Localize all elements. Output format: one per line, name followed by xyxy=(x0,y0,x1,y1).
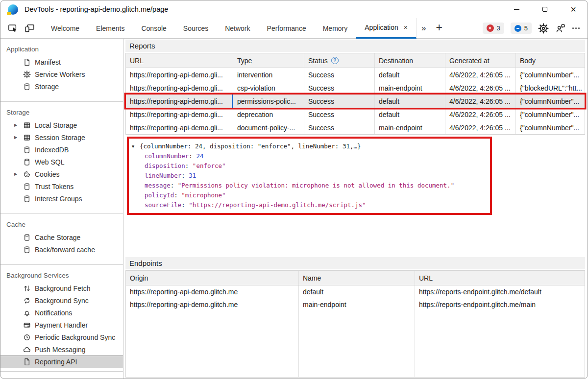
json-property: disposition: "enforce" xyxy=(131,161,488,171)
json-property: lineNumber: 31 xyxy=(131,171,488,181)
endpoints-table: Origin Name URL https://reporting-api-de… xyxy=(125,270,585,378)
sidebar-item-cookies[interactable]: ▶ Cookies xyxy=(0,168,123,180)
disclosure-triangle-icon[interactable]: ▶ xyxy=(14,135,23,140)
clock-icon xyxy=(23,333,31,341)
chevron-double-icon: » xyxy=(421,24,426,33)
message-bubble-icon xyxy=(514,25,521,32)
tab-network[interactable]: Network xyxy=(217,18,258,38)
error-icon: × xyxy=(487,24,494,32)
devtools-window: DevTools - reporting-api-demo.glitch.me/… xyxy=(0,0,588,379)
inspect-icon xyxy=(8,23,18,33)
report-row-selected[interactable]: https://reporting-api-demo.gli... permis… xyxy=(126,95,585,108)
minimize-icon xyxy=(514,9,519,10)
table-grid-icon xyxy=(23,121,31,129)
inspect-element-button[interactable] xyxy=(4,18,21,38)
expand-triangle-icon[interactable]: ▼ xyxy=(132,142,140,151)
sidebar-item-service-workers[interactable]: Service Workers xyxy=(0,68,123,80)
endpoint-row[interactable]: https://reporting-api-demo.glitch.me def… xyxy=(126,285,585,298)
column-header-url[interactable]: URL xyxy=(126,53,233,68)
sidebar-item-notifications[interactable]: Notifications xyxy=(0,307,123,319)
json-property: policyId: "microphone" xyxy=(131,190,488,200)
panel-tabs: Welcome Elements Console Sources Network… xyxy=(43,18,447,38)
column-header-body[interactable]: Body xyxy=(516,53,585,68)
credit-card-icon xyxy=(23,321,31,329)
tab-welcome[interactable]: Welcome xyxy=(43,18,88,38)
maximize-button[interactable] xyxy=(531,0,559,18)
message-count: 5 xyxy=(524,24,528,32)
report-row[interactable]: https://reporting-api-demo.gli... interv… xyxy=(126,68,585,81)
tab-application-label: Application xyxy=(365,24,398,31)
json-preview-line: ▼{columnNumber: 24, disposition: "enforc… xyxy=(131,142,488,151)
close-button[interactable]: × xyxy=(559,0,588,18)
report-row[interactable]: https://reporting-api-demo.gli... docume… xyxy=(126,121,585,134)
report-file-icon xyxy=(23,358,31,366)
sidebar-item-manifest[interactable]: Manifest xyxy=(0,56,123,68)
section-title: Cache xyxy=(0,214,123,231)
database-icon xyxy=(23,83,31,91)
sync-arrows-icon xyxy=(23,297,31,305)
json-property: message: "Permissions policy violation: … xyxy=(131,181,488,190)
device-toolbar-button[interactable] xyxy=(21,18,38,38)
sidebar-item-interest-groups[interactable]: Interest Groups xyxy=(0,192,123,205)
more-tabs-button[interactable]: » xyxy=(416,18,431,38)
sidebar-item-periodic-background-sync[interactable]: Periodic Background Sync xyxy=(0,331,123,343)
tab-memory[interactable]: Memory xyxy=(315,18,356,38)
sidebar-section-application: Application Manifest Service Workers Sto… xyxy=(0,39,123,102)
tab-elements[interactable]: Elements xyxy=(88,18,133,38)
message-count-badge[interactable]: 5 xyxy=(511,23,532,34)
column-header-destination[interactable]: Destination xyxy=(375,53,445,68)
sidebar-section-background-services: Background Services Background Fetch Bac… xyxy=(0,265,123,372)
column-header-generated-at[interactable]: Generated at xyxy=(445,53,516,68)
sidebar-item-push-messaging[interactable]: Push Messaging xyxy=(0,343,123,355)
report-row[interactable]: https://reporting-api-demo.gli... deprec… xyxy=(126,108,585,121)
devtools-app-icon xyxy=(8,4,18,15)
column-header-status[interactable]: Status ? xyxy=(304,53,375,68)
tab-sources[interactable]: Sources xyxy=(175,18,217,38)
sidebar-item-web-sql[interactable]: Web SQL xyxy=(0,156,123,168)
error-count-badge[interactable]: × 3 xyxy=(483,23,504,34)
disclosure-triangle-icon[interactable]: ▶ xyxy=(14,123,23,127)
up-down-arrows-icon xyxy=(23,284,31,292)
reports-table-header: URL Type Status ? Destination Generated … xyxy=(126,53,585,68)
sidebar-item-payment-handler[interactable]: Payment Handler xyxy=(0,319,123,331)
report-row[interactable]: https://reporting-api-demo.gli... csp-vi… xyxy=(126,81,585,95)
column-header-url[interactable]: URL xyxy=(415,271,585,285)
column-header-type[interactable]: Type xyxy=(233,53,304,68)
sidebar-item-background-sync[interactable]: Background Sync xyxy=(0,294,123,307)
focused-cell[interactable]: https://reporting-api-demo.gli... xyxy=(126,95,233,108)
sidebar-item-session-storage[interactable]: ▶ Session Storage xyxy=(0,131,123,143)
devtools-toolbar: Welcome Elements Console Sources Network… xyxy=(0,18,588,39)
sidebar-item-cache-storage[interactable]: Cache Storage xyxy=(0,231,123,243)
tab-console[interactable]: Console xyxy=(133,18,174,38)
database-icon xyxy=(23,234,31,241)
tab-close-icon[interactable]: × xyxy=(404,24,408,31)
tab-application[interactable]: Application × xyxy=(356,18,416,39)
more-options-icon[interactable] xyxy=(572,27,580,29)
feedback-icon[interactable] xyxy=(555,23,566,34)
sidebar-item-indexeddb[interactable]: IndexedDB xyxy=(0,143,123,156)
sidebar-item-storage[interactable]: Storage xyxy=(0,80,123,93)
endpoint-row[interactable]: https://reporting-api-demo.glitch.me mai… xyxy=(126,298,585,311)
column-header-name[interactable]: Name xyxy=(299,271,415,285)
database-icon xyxy=(23,246,31,254)
minimize-button[interactable] xyxy=(502,0,531,18)
settings-gear-icon[interactable] xyxy=(538,23,549,34)
json-property: sourceFile: "https://reporting-api-demo.… xyxy=(131,200,488,210)
tab-performance[interactable]: Performance xyxy=(259,18,315,38)
sidebar-item-back-forward-cache[interactable]: Back/forward cache xyxy=(0,243,123,256)
column-header-origin[interactable]: Origin xyxy=(126,271,299,285)
sidebar-item-trust-tokens[interactable]: Trust Tokens xyxy=(0,180,123,192)
bell-icon xyxy=(23,309,31,317)
sidebar-item-local-storage[interactable]: ▶ Local Storage xyxy=(0,119,123,131)
status-help-icon[interactable]: ? xyxy=(331,57,339,64)
sidebar-section-storage: Storage ▶ Local Storage ▶ Session Storag… xyxy=(0,102,123,214)
disclosure-triangle-icon[interactable]: ▶ xyxy=(14,172,23,176)
add-panel-button[interactable]: + xyxy=(431,17,447,38)
manifest-file-icon xyxy=(23,58,31,66)
sidebar-section-cache: Cache Cache Storage Back/forward cache xyxy=(0,214,123,265)
sidebar-item-reporting-api[interactable]: Reporting API xyxy=(0,355,123,368)
cookie-icon xyxy=(23,170,31,178)
section-title: Application xyxy=(0,39,123,56)
maximize-icon xyxy=(542,7,547,12)
sidebar-item-background-fetch[interactable]: Background Fetch xyxy=(0,282,123,294)
